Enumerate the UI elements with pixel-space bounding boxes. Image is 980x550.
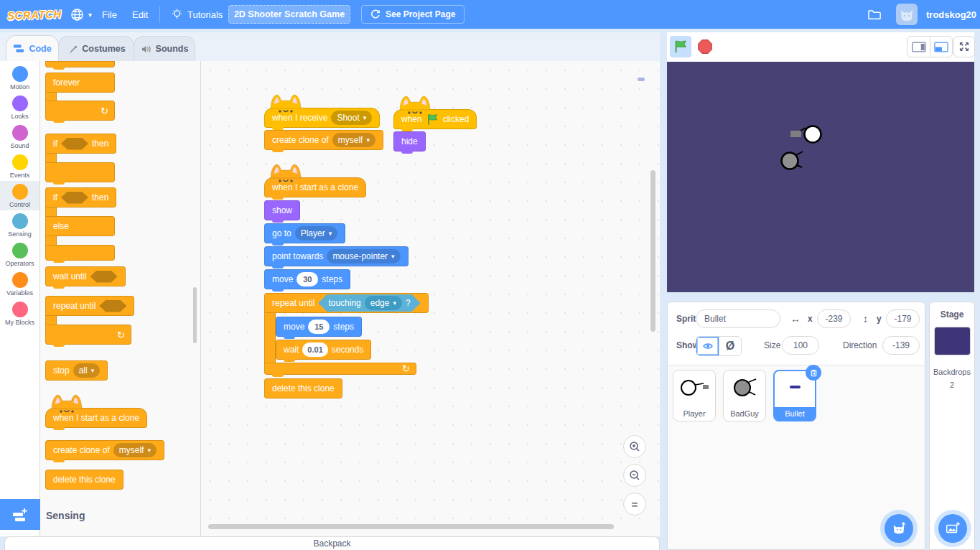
- category-looks[interactable]: Looks: [0, 93, 39, 122]
- stage-sprite-badguy[interactable]: [778, 148, 807, 174]
- category-variables[interactable]: Variables: [0, 269, 39, 299]
- sprite-thumbnail-player[interactable]: Player: [673, 370, 716, 421]
- palette-block-forever-end[interactable]: ↻: [45, 101, 115, 121]
- backdrop-thumbnail[interactable]: [934, 327, 971, 355]
- palette-block-create-clone[interactable]: create clone ofmyself: [45, 440, 164, 460]
- move-steps-input[interactable]: 15: [308, 320, 330, 334]
- sprite-size-input[interactable]: 100: [782, 336, 819, 355]
- large-stage-button[interactable]: [930, 37, 952, 57]
- block-when-receive[interactable]: when I receive Shoot: [264, 108, 380, 128]
- my-stuff-button[interactable]: [862, 0, 887, 29]
- sprite-thumbnail-badguy[interactable]: BadGuy: [723, 370, 766, 421]
- zoom-in-button[interactable]: [623, 435, 646, 458]
- palette-block-forever[interactable]: forever: [45, 73, 115, 93]
- palette-block-else[interactable]: else: [45, 216, 115, 236]
- project-title-input[interactable]: 2D Shooter Scratch Game: [228, 5, 350, 24]
- category-motion[interactable]: Motion: [0, 63, 39, 93]
- move-steps-input[interactable]: 30: [297, 272, 318, 286]
- stage-selector-panel[interactable]: Stage Backdrops 2: [929, 302, 975, 550]
- wait-seconds-input[interactable]: 0.01: [302, 342, 327, 357]
- category-sound[interactable]: Sound: [0, 122, 39, 152]
- go-to-dropdown[interactable]: Player: [295, 226, 338, 241]
- palette-block-forever-spine[interactable]: [45, 93, 57, 101]
- tab-costumes[interactable]: Costumes: [58, 36, 134, 61]
- show-sprite-button[interactable]: [696, 337, 719, 355]
- palette-block-if-else[interactable]: ifthen: [45, 187, 116, 208]
- sprite-y-input[interactable]: -179: [886, 309, 920, 328]
- palette-block-if-end[interactable]: [45, 162, 115, 182]
- block-when-flag-clicked[interactable]: when clicked: [393, 109, 477, 129]
- add-sprite-button[interactable]: [885, 514, 913, 543]
- sprite-name-input[interactable]: Bullet: [696, 309, 780, 328]
- touching-dropdown[interactable]: edge: [365, 296, 402, 310]
- broadcast-dropdown[interactable]: Shoot: [331, 111, 372, 125]
- palette-block-if-else-spine[interactable]: [45, 208, 57, 216]
- palette-block-if-else-end[interactable]: [45, 245, 115, 261]
- small-stage-button[interactable]: [907, 37, 930, 57]
- block-repeat-until[interactable]: repeat until touching edge ?: [264, 293, 429, 313]
- add-backdrop-button[interactable]: [938, 514, 967, 543]
- palette-block-stop[interactable]: stopall: [45, 360, 108, 381]
- category-sensing[interactable]: Sensing: [0, 210, 39, 240]
- boolean-slot[interactable]: [61, 138, 88, 150]
- point-towards-dropdown[interactable]: mouse-pointer: [327, 249, 400, 264]
- sprite-direction-input[interactable]: -139: [882, 336, 920, 355]
- block-touching-edge[interactable]: touching edge ?: [318, 294, 420, 312]
- palette-block-if-spine[interactable]: [45, 154, 57, 162]
- stage-sprite-player[interactable]: [789, 121, 822, 149]
- delete-sprite-button[interactable]: [806, 365, 821, 381]
- sprite-x-input[interactable]: -239: [817, 309, 851, 328]
- block-go-to[interactable]: go to Player: [264, 223, 345, 243]
- canvas-vertical-scrollbar[interactable]: [650, 170, 655, 332]
- block-hide[interactable]: hide: [393, 131, 426, 152]
- zoom-reset-button[interactable]: =: [623, 493, 646, 516]
- stage-viewport[interactable]: [667, 62, 974, 292]
- add-extension-button[interactable]: [0, 499, 40, 530]
- block-delete-clone[interactable]: delete this clone: [264, 378, 342, 398]
- backpack-bar[interactable]: Backpack: [4, 536, 660, 550]
- block-show[interactable]: show: [264, 200, 300, 220]
- tab-sounds[interactable]: Sounds: [134, 36, 195, 61]
- palette-block-repeat-until[interactable]: repeat until: [45, 296, 134, 316]
- block-move-30[interactable]: move 30 steps: [264, 269, 350, 289]
- block-when-start-clone[interactable]: when I start as a clone: [264, 177, 366, 197]
- tab-code[interactable]: Code: [6, 35, 59, 61]
- palette-scrollbar[interactable]: [193, 287, 197, 343]
- category-operators[interactable]: Operators: [0, 240, 39, 269]
- palette-block-repeat-until-spine[interactable]: [45, 316, 57, 325]
- block-move-15[interactable]: move 15 steps: [276, 317, 362, 337]
- boolean-slot[interactable]: [61, 192, 88, 204]
- account-menu[interactable]: trodskog20 ▾: [920, 0, 980, 29]
- block-repeat-until-end[interactable]: ↻: [264, 363, 416, 375]
- palette-block-when-start-clone[interactable]: when I start as a clone: [45, 408, 147, 428]
- see-project-page-button[interactable]: See Project Page: [361, 5, 465, 24]
- palette-block-if[interactable]: ifthen: [45, 134, 116, 154]
- avatar[interactable]: [896, 4, 918, 25]
- palette-block-partial[interactable]: [45, 61, 115, 67]
- clone-target-dropdown[interactable]: myself: [332, 133, 375, 147]
- palette-block-if-else-spine2[interactable]: [45, 236, 57, 245]
- category-events[interactable]: Events: [0, 152, 39, 181]
- block-repeat-until-spine[interactable]: [264, 313, 276, 363]
- code-canvas[interactable]: when I receive Shoot create clone of mys…: [201, 61, 660, 536]
- block-wait-seconds[interactable]: wait 0.01 seconds: [276, 340, 371, 360]
- stop-dropdown[interactable]: all: [73, 363, 101, 378]
- menu-edit[interactable]: Edit: [126, 0, 154, 29]
- canvas-horizontal-scrollbar[interactable]: [208, 524, 614, 529]
- block-point-towards[interactable]: point towards mouse-pointer: [264, 246, 409, 266]
- category-myblocks[interactable]: My Blocks: [0, 299, 39, 328]
- sprite-thumbnail-bullet[interactable]: Bullet: [773, 370, 816, 421]
- scratch-logo[interactable]: SCRATCH: [6, 0, 62, 29]
- stop-button[interactable]: [694, 36, 716, 57]
- palette-block-delete-clone[interactable]: delete this clone: [45, 470, 123, 490]
- palette-block-wait-until[interactable]: wait until: [45, 266, 126, 286]
- block-create-clone[interactable]: create clone of myself: [264, 130, 383, 150]
- language-menu[interactable]: ▾: [65, 0, 98, 29]
- menu-file[interactable]: File: [96, 0, 123, 29]
- tutorials-button[interactable]: Tutorials: [165, 0, 228, 29]
- category-control[interactable]: Control: [0, 181, 39, 210]
- clone-target-dropdown[interactable]: myself: [113, 443, 157, 457]
- green-flag-button[interactable]: [670, 36, 691, 57]
- boolean-slot[interactable]: [99, 300, 126, 312]
- boolean-slot[interactable]: [90, 271, 118, 283]
